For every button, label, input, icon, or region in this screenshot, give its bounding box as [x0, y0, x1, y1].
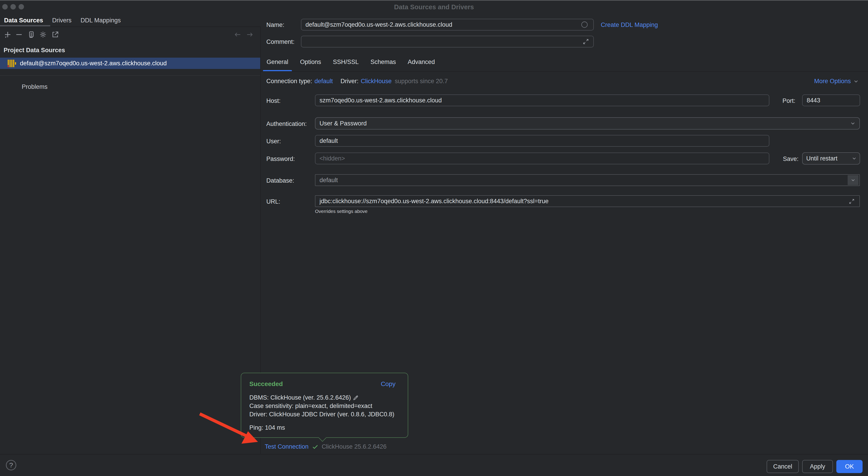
database-label: Database:: [266, 177, 294, 184]
main-tabs-separator: [261, 71, 868, 72]
remove-icon[interactable]: [15, 31, 23, 39]
chevron-down-icon: [850, 121, 856, 126]
tab-ddl-mappings[interactable]: DDL Mappings: [76, 14, 125, 27]
copy-link[interactable]: Copy: [381, 380, 396, 387]
duplicate-icon[interactable]: [27, 31, 35, 39]
tab-data-sources[interactable]: Data Sources: [0, 14, 48, 27]
data-sources-dialog: Data Sources and Drivers Data Sources Dr…: [0, 0, 868, 476]
help-button[interactable]: ?: [6, 460, 16, 470]
annotation-arrow: [0, 1, 868, 476]
name-label: Name:: [266, 22, 284, 29]
port-input[interactable]: [802, 95, 860, 106]
tab-advanced[interactable]: Advanced: [408, 59, 435, 66]
save-value: Until restart: [806, 155, 837, 162]
authentication-select[interactable]: User & Password: [315, 117, 860, 130]
comment-input[interactable]: [301, 36, 594, 47]
test-connection-link[interactable]: Test Connection: [265, 443, 309, 450]
password-label: Password:: [266, 156, 295, 163]
cancel-button[interactable]: Cancel: [767, 460, 799, 473]
chevron-down-icon: [853, 78, 859, 84]
ok-button[interactable]: OK: [836, 460, 863, 473]
create-ddl-mapping-link[interactable]: Create DDL Mapping: [601, 22, 658, 29]
connection-status-text: ClickHouse 25.6.2.6426: [322, 443, 387, 450]
tab-general[interactable]: General: [263, 59, 288, 66]
comment-label: Comment:: [266, 38, 294, 45]
url-input[interactable]: [315, 195, 860, 207]
problems-node[interactable]: Problems: [22, 83, 48, 91]
url-note: Overrides settings above: [315, 209, 368, 214]
edit-pencil-icon[interactable]: [353, 395, 359, 401]
chevron-down-icon: [850, 177, 856, 183]
apply-button[interactable]: Apply: [802, 460, 833, 473]
connection-type-row: Connection type: default Driver: ClickHo…: [266, 78, 448, 85]
add-icon[interactable]: [4, 31, 12, 39]
database-dropdown-button[interactable]: [848, 175, 859, 185]
authentication-label: Authentication:: [266, 121, 307, 128]
popup-caret: [318, 434, 327, 442]
tree-separator: [0, 75, 260, 76]
project-data-sources-header: Project Data Sources: [4, 47, 65, 54]
gear-icon[interactable]: [39, 31, 47, 39]
open-in-new-icon[interactable]: [51, 31, 59, 39]
dbms-line: DBMS: ClickHouse (ver. 25.6.2.6426): [249, 394, 351, 402]
test-connection-popup: Succeeded Copy DBMS: ClickHouse (ver. 25…: [241, 373, 408, 438]
color-swatch-icon[interactable]: [581, 21, 588, 29]
driver-value-link[interactable]: ClickHouse: [361, 78, 392, 85]
user-input[interactable]: [315, 135, 769, 147]
host-input[interactable]: [315, 95, 769, 106]
popup-status: Succeeded: [249, 380, 283, 387]
name-input[interactable]: [301, 19, 594, 31]
ping-line: Ping: 104 ms: [249, 424, 285, 431]
expand-field-icon[interactable]: [583, 38, 589, 45]
save-select[interactable]: Until restart: [802, 152, 860, 165]
left-panel-tabs: Data Sources Drivers DDL Mappings: [0, 14, 125, 27]
driver-note: supports since 20.7: [395, 78, 448, 85]
tab-options[interactable]: Options: [300, 59, 321, 66]
check-icon: [312, 443, 319, 450]
tabs-separator: [0, 27, 260, 27]
settings-tabs: General Options SSH/SSL Schemas Advanced: [263, 59, 435, 66]
window-title: Data Sources and Drivers: [0, 3, 868, 11]
tab-schemas[interactable]: Schemas: [370, 59, 396, 66]
driver-line: Driver: ClickHouse JDBC Driver (ver. 0.8…: [249, 410, 394, 418]
data-source-name: default@szm7oqed0o.us-west-2.aws.clickho…: [20, 60, 167, 67]
connection-type-value-link[interactable]: default: [314, 78, 333, 85]
case-sensitivity-line: Case sensitivity: plain=exact, delimited…: [249, 402, 394, 410]
host-label: Host:: [266, 97, 281, 104]
database-combobox[interactable]: [315, 174, 860, 186]
popup-details: DBMS: ClickHouse (ver. 25.6.2.6426) Case…: [249, 394, 394, 418]
save-label: Save:: [783, 156, 799, 163]
chevron-down-icon: [851, 156, 857, 161]
connection-type-label: Connection type:: [266, 78, 312, 85]
more-options-link[interactable]: More Options: [814, 78, 859, 85]
user-label: User:: [266, 138, 281, 145]
expand-field-icon[interactable]: [848, 198, 855, 205]
test-connection-row: Test Connection ClickHouse 25.6.2.6426: [265, 443, 386, 450]
data-source-list-item[interactable]: default@szm7oqed0o.us-west-2.aws.clickho…: [0, 58, 260, 69]
clickhouse-icon: [7, 58, 17, 68]
authentication-value: User & Password: [319, 120, 367, 127]
back-icon[interactable]: [234, 31, 242, 39]
password-input[interactable]: [315, 152, 769, 164]
driver-label: Driver:: [341, 78, 359, 85]
port-label: Port:: [782, 97, 795, 104]
tab-drivers[interactable]: Drivers: [48, 14, 76, 27]
footer-separator: [0, 454, 868, 454]
forward-icon[interactable]: [246, 31, 254, 39]
url-label: URL:: [266, 198, 280, 205]
tab-ssh-ssl[interactable]: SSH/SSL: [333, 59, 359, 66]
